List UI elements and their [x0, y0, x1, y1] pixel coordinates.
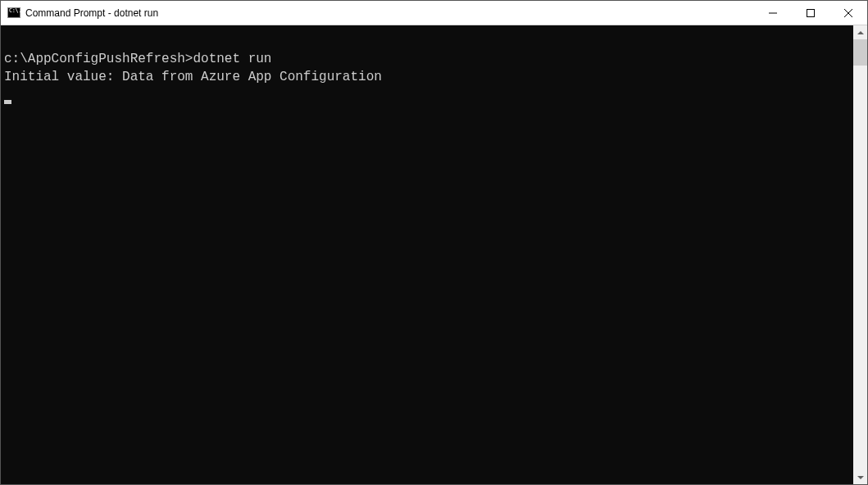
command-text: dotnet run: [193, 52, 271, 66]
maximize-button[interactable]: [792, 1, 829, 25]
vertical-scrollbar[interactable]: [853, 25, 867, 484]
terminal-line: Initial value: Data from Azure App Confi…: [4, 68, 853, 86]
prompt-path: c:\AppConfigPushRefresh>: [4, 52, 193, 66]
terminal-line: c:\AppConfigPushRefresh>dotnet run: [4, 50, 853, 68]
scroll-track[interactable]: [853, 39, 867, 470]
svg-marker-5: [857, 476, 864, 479]
scroll-down-button[interactable]: [853, 470, 867, 484]
svg-marker-4: [857, 31, 864, 34]
close-button[interactable]: [829, 1, 867, 25]
terminal-output[interactable]: c:\AppConfigPushRefresh>dotnet runInitia…: [1, 25, 853, 484]
window-title: Command Prompt - dotnet run: [25, 7, 754, 19]
svg-rect-1: [807, 9, 815, 16]
scroll-thumb[interactable]: [853, 39, 867, 66]
chevron-up-icon: [857, 31, 864, 34]
window-controls: [754, 1, 867, 25]
close-icon: [844, 9, 852, 17]
minimize-button[interactable]: [754, 1, 792, 25]
content-area: c:\AppConfigPushRefresh>dotnet runInitia…: [1, 25, 867, 484]
chevron-down-icon: [857, 476, 864, 479]
terminal-cursor: [4, 100, 11, 104]
titlebar: C:\. Command Prompt - dotnet run: [1, 1, 867, 25]
maximize-icon: [807, 9, 815, 17]
scroll-up-button[interactable]: [853, 25, 867, 39]
minimize-icon: [769, 9, 777, 17]
cmd-icon: C:\.: [7, 7, 20, 20]
